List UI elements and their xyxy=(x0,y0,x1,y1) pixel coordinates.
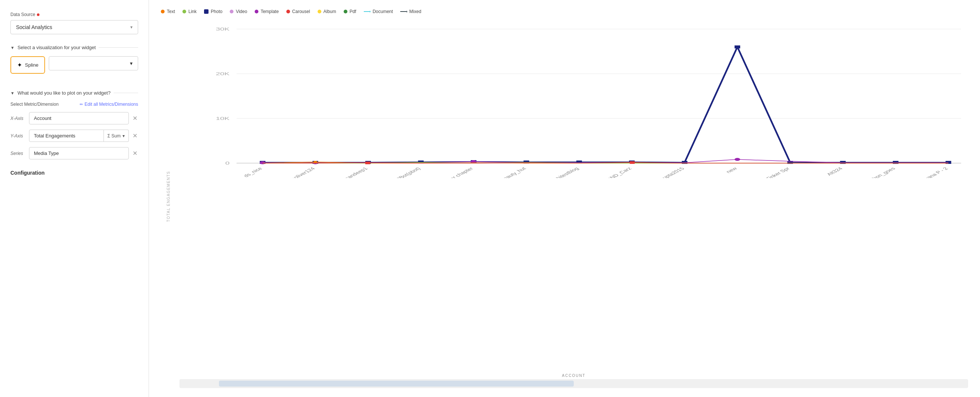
chart-container: TOTAL ENGAGEMENTS 30K 20K 10K 0 xyxy=(161,22,968,388)
chevron-down-icon: ▾ xyxy=(130,61,132,66)
svg-rect-28 xyxy=(630,161,635,164)
legend-item-video[interactable]: Video xyxy=(230,9,247,14)
y-axis-title: TOTAL ENGAGEMENTS xyxy=(161,22,176,371)
svg-text:ds_nice: ds_nice xyxy=(242,166,264,178)
x-axis-title: ACCOUNT xyxy=(180,373,968,378)
legend-icon: + xyxy=(364,11,371,12)
y-axis-remove-button[interactable]: ✕ xyxy=(132,133,138,139)
series-input[interactable] xyxy=(29,147,129,159)
y-axis-input-group: Σ Sum ▾ xyxy=(29,129,129,142)
legend-label: Video xyxy=(236,9,247,14)
data-source-label: Data Source xyxy=(10,12,138,17)
viz-section-title: Select a visualization for your widget xyxy=(18,45,96,50)
svg-text:10K: 10K xyxy=(216,116,230,121)
svg-text:sprsandeep1: sprsandeep1 xyxy=(337,166,369,178)
svg-text:30K: 30K xyxy=(216,27,230,32)
pencil-icon: ✏ xyxy=(80,102,83,107)
legend-label: Pdf xyxy=(350,9,356,14)
svg-text:PBot(pbot): PBot(pbot) xyxy=(394,166,422,178)
legend-dot xyxy=(230,10,234,13)
svg-rect-29 xyxy=(365,162,370,164)
svg-rect-21 xyxy=(893,161,899,164)
legend-dot xyxy=(255,10,258,13)
collapse-icon[interactable]: ▼ xyxy=(10,45,14,50)
legend-item-carousel[interactable]: Carousel xyxy=(286,9,310,14)
chart-scrollbar[interactable] xyxy=(180,379,968,388)
spline-viz-card[interactable]: ✦ Spline xyxy=(10,56,45,74)
legend-dot xyxy=(183,10,186,13)
left-panel: Data Source Social Analytics ▾ ▼ Select … xyxy=(0,0,149,397)
x-axis-label: X-Axis xyxy=(10,116,26,121)
svg-rect-18 xyxy=(735,45,740,48)
legend-label: Photo xyxy=(211,9,222,14)
svg-text:the_allbeauty_hut: the_allbeauty_hut xyxy=(485,166,527,178)
divider-line xyxy=(114,93,138,93)
svg-text:20K: 20K xyxy=(216,72,230,77)
legend-dot xyxy=(344,10,347,13)
chevron-down-icon: ▾ xyxy=(130,25,132,30)
right-panel: TextLinkPhotoVideoTemplateCarouselAlbumP… xyxy=(149,0,980,397)
collapse-icon[interactable]: ▼ xyxy=(10,91,14,95)
legend-dot xyxy=(318,10,321,13)
series-label: Series xyxy=(10,151,26,156)
legend-label: Text xyxy=(167,9,175,14)
legend-item-link[interactable]: Link xyxy=(183,9,197,14)
legend-label: Carousel xyxy=(292,9,310,14)
svg-text:johnoliver124: johnoliver124 xyxy=(283,166,316,178)
legend-item-photo[interactable]: Photo xyxy=(204,9,222,14)
sum-label: Σ Sum xyxy=(108,133,121,139)
legend-dot xyxy=(286,10,290,13)
svg-point-26 xyxy=(735,158,740,161)
viz-card-label: Spline xyxy=(25,62,38,68)
aggregation-select[interactable]: Σ Sum ▾ xyxy=(104,129,129,142)
chart-svg-area: 30K 20K 10K 0 xyxy=(194,22,968,371)
svg-rect-20 xyxy=(840,161,846,164)
legend-icon xyxy=(204,9,208,14)
plot-section-title: What would you like to plot on your widg… xyxy=(18,90,111,96)
svg-point-23 xyxy=(260,161,266,164)
legend-label: Link xyxy=(188,9,197,14)
chevron-down-icon: ▾ xyxy=(123,133,125,139)
svg-text:Tinker Spr: Tinker Spr xyxy=(764,166,791,178)
svg-text:Quality Bihar chapter: Quality Bihar chapter xyxy=(425,166,475,178)
chart-legend: TextLinkPhotoVideoTemplateCarouselAlbumP… xyxy=(161,9,968,14)
divider-line xyxy=(99,47,138,48)
legend-label: Template xyxy=(261,9,279,14)
svg-text:jhon_goes: jhon_goes xyxy=(869,166,897,178)
y-axis-row: Y-Axis Σ Sum ▾ ✕ xyxy=(10,129,138,142)
required-indicator xyxy=(37,13,40,16)
series-row: Series ✕ xyxy=(10,147,138,159)
spline-icon: ✦ xyxy=(17,61,22,69)
svg-text:Automation_DND_Carz: Automation_DND_Carz xyxy=(578,166,633,178)
legend-item-album[interactable]: Album xyxy=(318,9,336,14)
y-axis-label: Y-Axis xyxy=(10,133,26,139)
legend-icon: + xyxy=(400,11,407,12)
legend-label: Album xyxy=(324,9,336,14)
legend-label: Document xyxy=(373,9,393,14)
data-source-select[interactable]: Social Analytics ▾ xyxy=(10,20,138,34)
svg-text:0: 0 xyxy=(225,161,230,166)
x-axis-input[interactable] xyxy=(29,112,129,124)
series-remove-button[interactable]: ✕ xyxy=(132,150,138,156)
legend-label: Mixed xyxy=(409,9,421,14)
data-source-value: Social Analytics xyxy=(16,24,52,30)
legend-item-document[interactable]: +Document xyxy=(364,9,393,14)
scroll-thumb[interactable] xyxy=(219,381,574,387)
legend-item-text[interactable]: Text xyxy=(161,9,175,14)
x-axis-row: X-Axis ✕ xyxy=(10,112,138,124)
svg-text:maruthitestblog: maruthitestblog xyxy=(542,166,580,178)
edit-metrics-link[interactable]: ✏ Edit all Metrics/Dimensions xyxy=(80,102,138,107)
metric-header: Select Metric/Dimension ✏ Edit all Metri… xyxy=(10,102,138,107)
viz-type-select[interactable]: ▾ xyxy=(49,56,138,70)
viz-section-header: ▼ Select a visualization for your widget xyxy=(10,45,138,50)
legend-item-template[interactable]: Template xyxy=(255,9,279,14)
svg-text:new: new xyxy=(725,166,739,174)
configuration-title: Configuration xyxy=(10,170,138,176)
x-axis-remove-button[interactable]: ✕ xyxy=(132,115,138,121)
y-axis-input[interactable] xyxy=(29,129,104,142)
legend-item-pdf[interactable]: Pdf xyxy=(344,9,356,14)
svg-text:Alt324: Alt324 xyxy=(825,166,844,177)
svg-text:ankurgupta2015: ankurgupta2015 xyxy=(646,166,686,178)
legend-item-mixed[interactable]: +Mixed xyxy=(400,9,421,14)
svg-point-27 xyxy=(313,161,317,163)
